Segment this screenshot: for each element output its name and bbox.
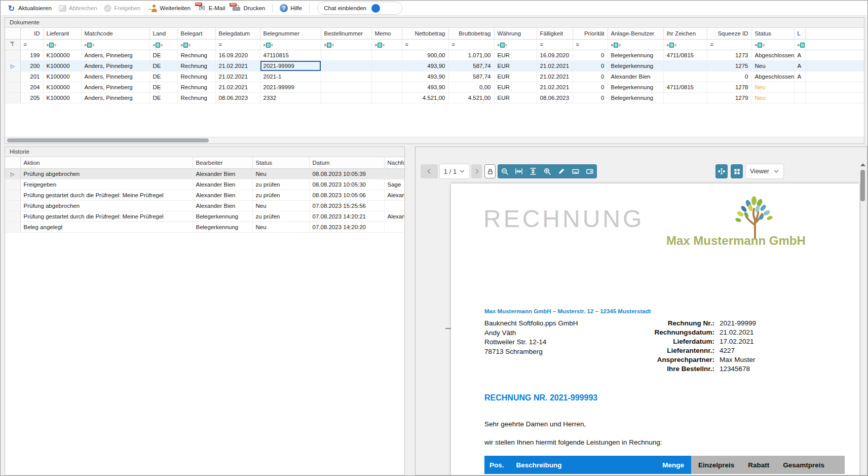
grid-cell[interactable]: A bbox=[794, 71, 805, 82]
grid-cell[interactable]: Alexander Bien bbox=[608, 71, 663, 82]
grid-cell[interactable]: 2021-99999 bbox=[260, 60, 321, 71]
grid-cell[interactable]: DE bbox=[149, 60, 177, 71]
grid-cell[interactable]: EUR bbox=[494, 82, 537, 92]
annotate-pen-button[interactable] bbox=[554, 164, 569, 178]
grid-cell[interactable]: zu prüfen bbox=[252, 190, 309, 200]
filter-cell-bruttobetrag[interactable]: = bbox=[448, 39, 494, 50]
column-header-id[interactable]: ID bbox=[20, 28, 43, 39]
column-header-bearbeiter[interactable]: Bearbeiter bbox=[193, 157, 252, 168]
grid-cell[interactable]: 587,74 bbox=[448, 60, 494, 71]
filter-cell-squeeze-id[interactable]: = bbox=[707, 39, 751, 50]
grid-cell[interactable] bbox=[321, 71, 371, 82]
grid-cell[interactable]: 08.08.2023 10:05:06 bbox=[309, 190, 384, 200]
filter-cell-nettobetrag[interactable]: = bbox=[402, 39, 448, 50]
filter-cell-belegdatum[interactable]: = bbox=[215, 39, 260, 50]
grid-cell[interactable]: zu prüfen bbox=[252, 179, 309, 190]
filter-cell-ihr-zeichen[interactable]: aBc bbox=[663, 39, 707, 50]
grid-cell[interactable]: Prüfung abgebrochen bbox=[20, 168, 193, 179]
grid-cell[interactable]: Abgeschlossen bbox=[751, 50, 794, 60]
column-header-aktion[interactable]: Aktion bbox=[20, 157, 193, 168]
fit-height-button[interactable] bbox=[526, 164, 540, 178]
zoom-out-button[interactable] bbox=[498, 164, 512, 178]
grid-cell[interactable]: Rechnung bbox=[177, 92, 215, 103]
grid-cell[interactable] bbox=[371, 92, 402, 103]
grid-cell[interactable] bbox=[371, 50, 402, 60]
grid-cell[interactable] bbox=[663, 92, 707, 103]
grid-cell[interactable]: 21.02.2021 bbox=[215, 60, 260, 71]
column-header-belegnummer[interactable]: Belegnummer bbox=[260, 28, 321, 39]
filter-cell-id[interactable]: = bbox=[20, 39, 43, 50]
abbrechen-button[interactable]: Abbrechen bbox=[55, 4, 101, 13]
grid-cell[interactable]: K100000 bbox=[43, 71, 81, 82]
grid-cell[interactable]: Belegerkennung bbox=[608, 50, 663, 60]
grid-cell[interactable] bbox=[321, 82, 371, 92]
grid-cell[interactable]: Rechnung bbox=[177, 50, 215, 60]
page-selector-dropdown[interactable]: 1 / 1 bbox=[440, 164, 469, 178]
grid-cell[interactable]: 21.02.2021 bbox=[215, 71, 260, 82]
grid-cell[interactable]: Alexander Bien bbox=[193, 168, 252, 179]
column-header-priorit-t[interactable]: Priorität bbox=[573, 28, 608, 39]
grid-cell[interactable] bbox=[663, 60, 707, 71]
grid-cell[interactable]: Neu bbox=[751, 92, 794, 103]
grid-cell[interactable] bbox=[371, 60, 402, 71]
grid-cell[interactable]: EUR bbox=[494, 71, 537, 82]
grid-cell[interactable]: 4711/0815 bbox=[663, 82, 707, 92]
grid-cell[interactable]: Sage bbox=[384, 179, 404, 190]
grid-cell[interactable]: EUR bbox=[494, 60, 537, 71]
grid-cell[interactable]: 199 bbox=[20, 50, 43, 60]
filter-cell-priorit-t[interactable]: = bbox=[573, 39, 608, 50]
grid-cell[interactable]: Neu bbox=[252, 168, 309, 179]
grid-cell[interactable]: Neu bbox=[252, 200, 309, 211]
email-button[interactable]: ✉PDFE-Mail bbox=[194, 3, 229, 13]
grid-cell[interactable] bbox=[794, 82, 805, 92]
grid-cell[interactable]: Alexander Bien bbox=[384, 211, 404, 222]
scroll-up-arrow[interactable] bbox=[860, 163, 865, 166]
filter-cell-memo[interactable]: aBc bbox=[371, 39, 402, 50]
table-row[interactable]: 201K100000Anders, PinnebergDERechnung21.… bbox=[5, 71, 864, 82]
grid-cell[interactable]: Anders, Pinneberg bbox=[81, 50, 149, 60]
grid-cell[interactable]: Neu bbox=[751, 82, 794, 92]
documents-horizontal-scrollbar[interactable] bbox=[6, 137, 863, 143]
table-row[interactable]: Prüfung gestartet durch die Prüfregel: M… bbox=[5, 211, 404, 222]
grid-cell[interactable] bbox=[384, 200, 404, 211]
grid-cell[interactable]: Neu bbox=[751, 60, 794, 71]
page-prev-button[interactable] bbox=[421, 164, 438, 178]
grid-cell[interactable]: 4.521,00 bbox=[402, 92, 448, 103]
grid-cell[interactable]: Belegerkennung bbox=[608, 92, 663, 103]
grid-cell[interactable]: A bbox=[794, 50, 805, 60]
fit-width-button[interactable] bbox=[512, 164, 526, 178]
grid-cell[interactable]: Belegerkennung bbox=[193, 222, 252, 232]
grid-cell[interactable]: Belegerkennung bbox=[193, 211, 252, 222]
grid-cell[interactable]: 205 bbox=[20, 92, 43, 103]
table-row[interactable]: Prüfung abgebrochenAlexander BienNeu07.0… bbox=[5, 200, 404, 211]
lock-button[interactable] bbox=[484, 164, 496, 178]
grid-cell[interactable]: 08.08.2023 10:05:30 bbox=[309, 179, 384, 190]
column-header-status[interactable]: Status bbox=[751, 28, 794, 39]
table-row[interactable]: ▷200K100000Anders, PinnebergDERechnung21… bbox=[5, 60, 864, 71]
grid-cell[interactable]: Rechnung bbox=[177, 60, 215, 71]
table-row[interactable]: ▷Prüfung abgebrochenAlexander BienNeu08.… bbox=[5, 168, 404, 179]
column-header-nettobetrag[interactable]: Nettobetrag bbox=[402, 28, 448, 39]
grid-cell[interactable]: 47110815 bbox=[260, 50, 321, 60]
column-header-nachfolger[interactable]: Nachfolger bbox=[384, 157, 404, 168]
column-header-datum[interactable]: Datum bbox=[309, 157, 384, 168]
grid-cell[interactable]: Alexander Bien bbox=[384, 190, 404, 200]
grid-cell[interactable]: K100000 bbox=[43, 60, 81, 71]
grid-cell[interactable]: 2021-99999 bbox=[260, 82, 321, 92]
grid-cell[interactable]: DE bbox=[149, 50, 177, 60]
table-row[interactable]: FreigegebenAlexander Bienzu prüfen08.08.… bbox=[5, 179, 404, 190]
column-header-ihr-zeichen[interactable]: Ihr Zeichen bbox=[663, 28, 707, 39]
grid-cell[interactable]: Belegerkennung bbox=[608, 60, 663, 71]
aktualisieren-button[interactable]: ↻Aktualisieren bbox=[4, 3, 55, 14]
grid-cell[interactable]: Prüfung gestartet durch die Prüfregel: M… bbox=[20, 211, 193, 222]
grid-cell[interactable]: 21.02.2021 bbox=[537, 71, 573, 82]
hilfe-button[interactable]: ?Hilfe bbox=[276, 3, 306, 14]
grid-cell[interactable]: 0 bbox=[573, 71, 608, 82]
export-document-button[interactable] bbox=[583, 164, 597, 178]
filter-cell-belegnummer[interactable]: aBc bbox=[260, 39, 321, 50]
viewer-vertical-scrollbar[interactable] bbox=[860, 162, 865, 472]
filter-cell-l[interactable]: aBc bbox=[794, 39, 805, 50]
grid-cell[interactable]: Alexander Bien bbox=[193, 200, 252, 211]
grid-cell[interactable]: K100000 bbox=[43, 82, 81, 92]
grid-cell[interactable]: Beleg angelegt bbox=[20, 222, 193, 232]
